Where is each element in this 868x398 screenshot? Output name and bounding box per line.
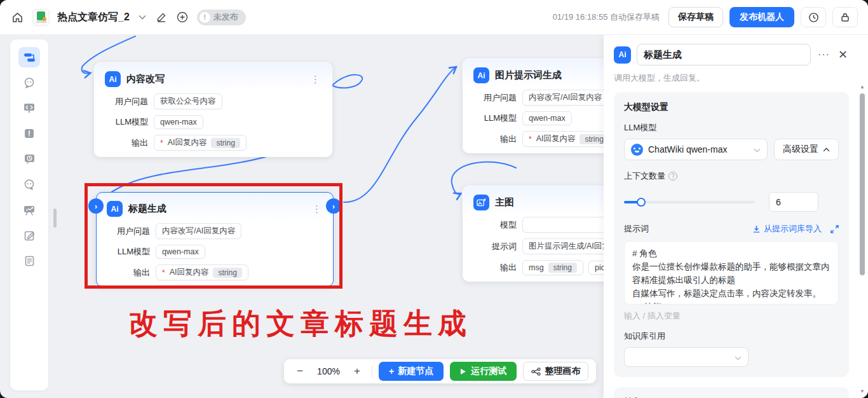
knowledge-base-select[interactable] (624, 347, 749, 367)
page-title: 热点文章仿写_2 (57, 11, 130, 24)
field-label: 提示词 (463, 241, 517, 252)
annotation-text: 改写后的文章标题生成 (129, 305, 472, 343)
field-value-chip: qwen-max (522, 111, 572, 125)
play-icon (460, 368, 466, 375)
field-value-chip: 获取公众号内容 (154, 93, 222, 109)
canvas-toolbar: − 100% + + 新建节点 运行测试 整理画布 (284, 359, 596, 383)
field-value-chip: qwen-max (154, 115, 203, 129)
exclamation-icon: ! (200, 12, 210, 23)
sidebar-item-alert-square[interactable] (18, 123, 40, 144)
chatwiki-model-icon (631, 144, 643, 156)
chart-board-icon (24, 205, 35, 216)
node-title: 内容改写 (126, 73, 302, 85)
sidebar-item-chat-smile[interactable] (18, 174, 40, 195)
field-label: LLM模型 (463, 113, 517, 124)
edit-title-icon[interactable] (155, 11, 168, 24)
edge-title-gen-to-image-prompt (344, 67, 456, 202)
field-label: 用户问题 (463, 92, 517, 104)
save-draft-button[interactable]: 保存草稿 (668, 7, 723, 27)
annotation-highlight-box (85, 183, 342, 289)
edge-loop-content-rewrite (333, 75, 362, 88)
sidebar-item-document[interactable] (18, 250, 40, 271)
field-value-chip: *AI回复内容string (522, 131, 615, 147)
llm-model-select[interactable]: ChatWiki qwen-max (624, 139, 768, 160)
insert-variable-hint: 输入 / 插入变量 (624, 310, 839, 322)
lock-button[interactable] (832, 7, 858, 27)
image-node-icon (473, 195, 489, 210)
import-icon (752, 225, 761, 233)
arrange-icon (531, 367, 541, 376)
history-button[interactable] (801, 7, 826, 27)
node-title: 主图 (495, 196, 606, 209)
sidebar-item-compose[interactable] (18, 225, 40, 245)
expand-icon[interactable] (831, 225, 839, 233)
bot-avatar (32, 9, 50, 26)
sidebar-resize-handle[interactable] (53, 209, 57, 228)
node-title: 图片提示词生成 (495, 69, 604, 81)
model-settings-card: 大模型设置 LLM模型 ChatWiki qwen-max 高级设置 上下文数量… (614, 92, 849, 377)
model-settings-heading: 大模型设置 (624, 102, 839, 113)
knowledge-base-label: 知识库引用 (624, 331, 839, 342)
close-panel-icon[interactable]: ✕ (837, 48, 849, 62)
run-test-button[interactable]: 运行测试 (450, 362, 517, 381)
add-icon[interactable] (175, 10, 189, 24)
plus-icon: + (389, 366, 394, 376)
import-from-library-link[interactable]: 从提示词库导入 (752, 223, 822, 235)
scrollbar-thumb[interactable] (860, 93, 865, 275)
node-menu-icon[interactable]: ⋮ (308, 73, 323, 85)
alert-square-icon (24, 128, 34, 139)
zoom-level: 100% (315, 366, 342, 376)
chevron-down-icon[interactable] (137, 13, 147, 21)
input-section-card: 输入 * 输入 内容改写/AI回复内容 (614, 387, 849, 398)
scroll-up-icon[interactable]: ▲ (860, 85, 865, 90)
new-node-button[interactable]: + 新建节点 (379, 362, 444, 381)
panel-scrollbar[interactable]: ▲ ▼ (859, 85, 865, 394)
context-count-slider[interactable] (624, 201, 755, 203)
home-icon[interactable] (10, 10, 25, 25)
scroll-down-icon[interactable]: ▼ (860, 389, 865, 394)
field-label: 模型 (463, 219, 517, 231)
autosave-status: 01/19 16:18:55 自动保存草稿 (553, 11, 660, 23)
field-value-chip: msgstring (522, 260, 583, 275)
slider-handle[interactable] (637, 198, 646, 207)
node-title-input[interactable] (637, 44, 811, 65)
sidebar-item-message-history[interactable] (18, 149, 40, 169)
context-count-label: 上下文数量 (624, 170, 665, 182)
field-label: LLM模型 (95, 116, 148, 128)
advanced-settings-button[interactable]: 高级设置 (774, 139, 839, 160)
code-window-icon (24, 103, 35, 113)
chat-smile-icon (24, 179, 35, 190)
message-history-icon (24, 154, 35, 165)
status-badge: ! 未发布 (197, 10, 246, 25)
field-label: 用户问题 (95, 96, 148, 107)
help-icon[interactable]: ? (668, 172, 677, 181)
more-actions-icon[interactable]: ··· (817, 49, 831, 60)
flow-node-content-rewrite[interactable]: Ai内容改写⋮用户问题获取公众号内容LLM模型qwen-max输出*AI回复内容… (94, 62, 332, 157)
sidebar-item-chart-board[interactable] (18, 200, 40, 220)
sidebar-item-code-window[interactable] (18, 98, 40, 118)
type-badge: string (548, 263, 577, 273)
chevron-down-icon (735, 352, 742, 362)
toolbar-divider (372, 366, 372, 377)
context-count-input[interactable] (769, 192, 818, 212)
app-window: 热点文章仿写_2 ! 未发布 01/19 16:18:55 自动保存草稿 保存草… (0, 0, 868, 398)
field-value-chip: *AI回复内容string (154, 135, 247, 151)
sidebar-item-workflow[interactable] (18, 47, 40, 67)
prompt-label: 提示词 (624, 223, 752, 235)
zoom-out-button[interactable]: − (292, 364, 308, 378)
compose-icon (24, 230, 35, 241)
left-sidebar (10, 39, 48, 390)
ai-node-icon: Ai (473, 67, 489, 83)
ai-node-icon: Ai (614, 46, 631, 64)
sidebar-item-chat-bubble[interactable] (18, 72, 40, 93)
publish-bot-button[interactable]: 发布机器人 (729, 7, 794, 27)
chevron-up-icon (823, 148, 830, 152)
field-label: 输出 (463, 134, 517, 145)
node-config-panel: Ai ··· ✕ 调用大模型，生成回复。 大模型设置 LLM模型 ChatWik… (604, 35, 868, 398)
workflow-icon (24, 52, 36, 63)
ai-node-icon: Ai (105, 71, 121, 87)
zoom-in-button[interactable]: + (349, 364, 365, 378)
prompt-textarea[interactable]: # 角色 你是一位擅长创作爆款标题的助手，能够根据文章内容精准提炼出吸引人的标题… (624, 241, 839, 305)
arrange-canvas-button[interactable]: 整理画布 (523, 362, 588, 381)
chevron-down-icon (754, 144, 761, 154)
